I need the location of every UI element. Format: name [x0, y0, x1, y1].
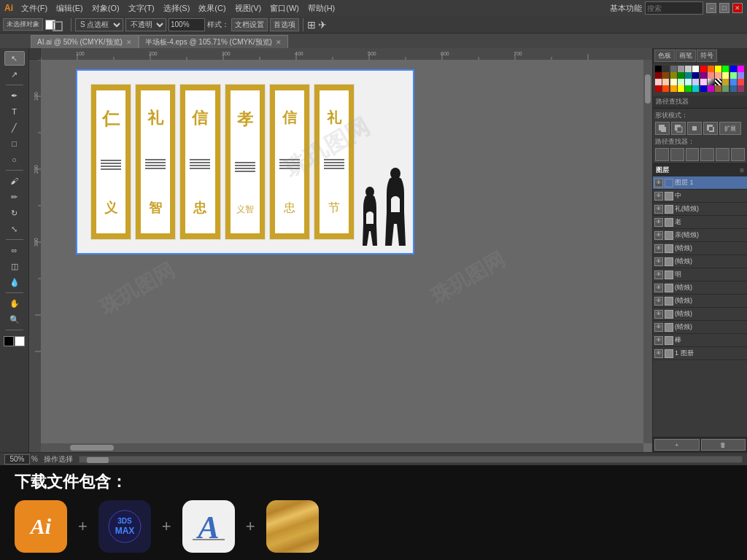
swatch-darkgreen[interactable]: [678, 72, 684, 79]
swatch-darkred[interactable]: [655, 72, 662, 79]
layer-item-7[interactable]: 👁 (蜡烛): [653, 255, 747, 268]
swatch-orange[interactable]: [708, 66, 714, 72]
foreground-color[interactable]: [4, 336, 14, 346]
layer-vis-7[interactable]: 👁: [654, 257, 663, 266]
status-scrollbar[interactable]: [79, 456, 743, 463]
swatch-yellow[interactable]: [715, 66, 721, 72]
expand-btn[interactable]: 扩展: [719, 122, 741, 135]
layer-item-13[interactable]: 👁 棒: [653, 334, 747, 347]
layer-vis-12[interactable]: 👁: [654, 323, 663, 332]
search-input[interactable]: [645, 1, 703, 15]
swatch-gradient1[interactable]: [708, 79, 714, 85]
layer-item-4[interactable]: 👁 老: [653, 216, 747, 229]
swatch-c4[interactable]: [678, 85, 684, 92]
swatch-r5[interactable]: [685, 79, 692, 85]
wood-icon-box[interactable]: [266, 500, 319, 553]
swatch-c11[interactable]: [730, 85, 737, 92]
swatch-r2[interactable]: [662, 79, 669, 85]
swatch-c9[interactable]: [715, 85, 721, 92]
pf-btn-1[interactable]: [655, 148, 669, 161]
swatch-coral[interactable]: [738, 79, 744, 85]
layer-item-3[interactable]: 👁 礼(蜡烛): [653, 203, 747, 216]
intersect-btn[interactable]: [687, 122, 702, 135]
unite-btn[interactable]: [655, 122, 670, 135]
swatch-magenta[interactable]: [738, 66, 744, 72]
swatch-r7[interactable]: [700, 79, 707, 85]
layer-vis-6[interactable]: 👁: [654, 244, 663, 253]
selection-tool[interactable]: 未选择对象: [3, 18, 43, 31]
preferences-btn[interactable]: 首选项: [270, 18, 299, 31]
layer-vis-8[interactable]: 👁: [654, 271, 663, 279]
arrange-icon[interactable]: ⊞: [307, 19, 316, 31]
layer-item-5[interactable]: 👁 亲(蜡烛): [653, 229, 747, 242]
select-tool[interactable]: ↖: [4, 51, 25, 66]
ellipse-tool[interactable]: ○: [4, 152, 25, 167]
line-tool[interactable]: ╱: [4, 120, 25, 135]
tab-1[interactable]: AI.ai @ 50% (CMYK/预览) ✕: [31, 35, 139, 48]
swatch-r3[interactable]: [670, 79, 677, 85]
swatch-brown[interactable]: [662, 72, 669, 79]
menu-edit[interactable]: 编辑(E): [53, 1, 87, 15]
scrollbar-horizontal[interactable]: [41, 443, 643, 452]
swatch-navy[interactable]: [692, 72, 699, 79]
swatch-red[interactable]: [700, 66, 707, 72]
maximize-button[interactable]: □: [719, 3, 729, 13]
swatch-pink[interactable]: [708, 72, 714, 79]
layer-vis-11[interactable]: 👁: [654, 310, 663, 319]
swatch-pattern[interactable]: [715, 79, 721, 85]
blend-tool[interactable]: ∞: [4, 243, 25, 257]
swatch-c7[interactable]: [700, 85, 707, 92]
layer-item-14[interactable]: 👁 1 图册: [653, 347, 747, 360]
rect-tool[interactable]: □: [4, 136, 25, 151]
menu-file[interactable]: 文件(F): [18, 1, 51, 15]
layer-item-12[interactable]: 👁 (蜡烛): [653, 321, 747, 334]
close-button[interactable]: ✕: [732, 3, 743, 13]
type-tool[interactable]: T: [4, 104, 25, 119]
scrollbar-thumb-h[interactable]: [70, 445, 114, 451]
minus-front-btn[interactable]: [671, 122, 686, 135]
pf-btn-6[interactable]: [731, 148, 745, 161]
send-icon[interactable]: ✈: [318, 19, 327, 31]
ai-icon-box[interactable]: Ai: [15, 500, 67, 553]
swatch-c3[interactable]: [670, 85, 677, 92]
swatch-gray[interactable]: [670, 66, 677, 72]
layer-item-9[interactable]: 👁 (蜡烛): [653, 281, 747, 295]
scale-tool[interactable]: ⤡: [4, 222, 25, 236]
swatch-teal[interactable]: [685, 72, 692, 79]
swatch-lightgray[interactable]: [678, 66, 684, 72]
swatch-lightgreen[interactable]: [730, 72, 737, 79]
status-scroll-thumb[interactable]: [87, 457, 109, 463]
layers-menu-icon[interactable]: ≡: [740, 166, 744, 174]
swatch-silver[interactable]: [685, 66, 692, 72]
swatch-gold[interactable]: [722, 79, 729, 85]
layer-item-1[interactable]: 👁 图层 1: [653, 176, 747, 190]
pf-btn-3[interactable]: [686, 148, 700, 161]
scrollbar-thumb-v[interactable]: [645, 74, 651, 104]
max-icon-box[interactable]: 3DS MAX: [98, 500, 151, 553]
tab-2[interactable]: 半场板-4.eps @ 105.71% (CMYK/预览) ✕: [139, 35, 288, 48]
swatch-blue[interactable]: [730, 66, 737, 72]
new-layer-btn[interactable]: +: [654, 439, 700, 451]
swatch-cornblue[interactable]: [730, 79, 737, 85]
layer-vis-5[interactable]: 👁: [654, 231, 663, 240]
layer-vis-1[interactable]: 👁: [654, 179, 663, 187]
swatch-black[interactable]: [655, 66, 662, 72]
swatch-olive[interactable]: [670, 72, 677, 79]
swatches-tab[interactable]: 色板: [654, 50, 675, 62]
swatch-lightyellow[interactable]: [722, 72, 729, 79]
layer-vis-10[interactable]: 👁: [654, 297, 663, 306]
scrollbar-vertical[interactable]: [643, 60, 652, 443]
swatch-r6[interactable]: [692, 79, 699, 85]
swatch-c6[interactable]: [692, 85, 699, 92]
swatch-purple[interactable]: [700, 72, 707, 79]
layer-vis-14[interactable]: 👁: [654, 349, 663, 358]
minimize-button[interactable]: －: [706, 3, 716, 13]
layer-vis-4[interactable]: 👁: [654, 218, 663, 227]
zoom-input[interactable]: [169, 18, 205, 31]
swatch-green[interactable]: [722, 66, 729, 72]
swatch-white[interactable]: [692, 66, 699, 72]
tab-2-close[interactable]: ✕: [276, 39, 282, 46]
paintbrush-tool[interactable]: 🖌: [4, 174, 25, 188]
swatch-c5[interactable]: [685, 85, 692, 92]
menu-window[interactable]: 窗口(W): [266, 1, 303, 15]
